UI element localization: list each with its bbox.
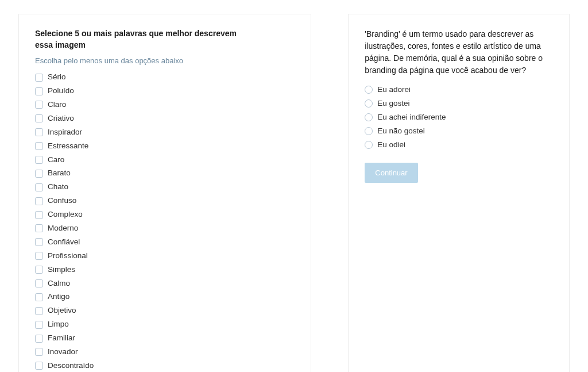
option-label: Caro bbox=[48, 155, 64, 166]
option-label: Inspirador bbox=[48, 127, 82, 138]
continue-button[interactable]: Continuar bbox=[365, 163, 417, 183]
checkbox-icon bbox=[35, 101, 43, 109]
checkbox-option[interactable]: Familiar bbox=[35, 333, 295, 344]
radio-icon bbox=[365, 141, 373, 149]
option-label: Eu achei indiferente bbox=[377, 112, 446, 123]
radio-icon bbox=[365, 113, 373, 121]
option-label: Profissional bbox=[48, 251, 88, 262]
checkbox-icon bbox=[35, 87, 43, 95]
checkbox-option[interactable]: Claro bbox=[35, 99, 295, 110]
radio-icon bbox=[365, 127, 373, 135]
option-label: Antigo bbox=[48, 292, 69, 302]
option-label: Limpo bbox=[48, 319, 69, 330]
checkbox-option[interactable]: Chato bbox=[35, 182, 295, 193]
checkbox-icon bbox=[35, 348, 43, 356]
radio-option[interactable]: Eu achei indiferente bbox=[365, 112, 553, 123]
checkbox-option[interactable]: Complexo bbox=[35, 209, 295, 220]
checkbox-option[interactable]: Moderno bbox=[35, 223, 295, 234]
option-label: Confuso bbox=[48, 195, 76, 206]
checkbox-icon bbox=[35, 307, 43, 315]
checkbox-icon bbox=[35, 252, 43, 260]
checkbox-option[interactable]: Confuso bbox=[35, 195, 295, 206]
checkbox-icon bbox=[35, 114, 43, 122]
checkbox-icon bbox=[35, 183, 43, 191]
radio-option-list: Eu adorei Eu gostei Eu achei indiferente… bbox=[365, 85, 553, 150]
option-label: Eu não gostei bbox=[377, 126, 425, 137]
checkbox-option[interactable]: Antigo bbox=[35, 292, 295, 302]
checkbox-option[interactable]: Sério bbox=[35, 72, 295, 83]
checkbox-icon bbox=[35, 197, 43, 205]
option-label: Chato bbox=[48, 182, 68, 193]
checkbox-icon bbox=[35, 362, 43, 370]
checkbox-option[interactable]: Calmo bbox=[35, 278, 295, 289]
checkbox-option[interactable]: Inspirador bbox=[35, 127, 295, 138]
checkbox-option[interactable]: Criativo bbox=[35, 113, 295, 124]
option-label: Eu gostei bbox=[377, 98, 409, 109]
checkbox-option[interactable]: Limpo bbox=[35, 319, 295, 330]
checkbox-icon bbox=[35, 170, 43, 178]
checkbox-icon bbox=[35, 321, 43, 329]
option-label: Moderno bbox=[48, 223, 78, 234]
checkbox-option[interactable]: Estressante bbox=[35, 141, 295, 152]
option-label: Calmo bbox=[48, 278, 70, 289]
radio-option[interactable]: Eu gostei bbox=[365, 98, 553, 109]
checkbox-icon bbox=[35, 238, 43, 246]
option-label: Poluído bbox=[48, 86, 74, 97]
option-label: Descontraído bbox=[48, 361, 94, 371]
question-card-branding: 'Branding' é um termo usado para descrev… bbox=[348, 14, 570, 372]
checkbox-option[interactable]: Profissional bbox=[35, 251, 295, 262]
question-title: 'Branding' é um termo usado para descrev… bbox=[365, 28, 553, 76]
radio-option[interactable]: Eu não gostei bbox=[365, 126, 553, 137]
checkbox-icon bbox=[35, 156, 43, 164]
checkbox-icon bbox=[35, 128, 43, 136]
checkbox-icon bbox=[35, 142, 43, 150]
option-label: Sério bbox=[48, 72, 66, 83]
radio-icon bbox=[365, 99, 373, 108]
checkbox-option[interactable]: Descontraído bbox=[35, 361, 295, 371]
checkbox-icon bbox=[35, 211, 43, 219]
checkbox-option[interactable]: Barato bbox=[35, 168, 295, 179]
checkbox-icon bbox=[35, 74, 43, 82]
option-label: Simples bbox=[48, 264, 75, 275]
checkbox-icon bbox=[35, 224, 43, 232]
question-title: Selecione 5 ou mais palavras que melhor … bbox=[35, 28, 247, 51]
checkbox-option[interactable]: Inovador bbox=[35, 347, 295, 358]
question-card-words: Selecione 5 ou mais palavras que melhor … bbox=[18, 14, 311, 372]
radio-option[interactable]: Eu adorei bbox=[365, 85, 553, 95]
checkbox-option-list: Sério Poluído Claro Criativo Inspirador … bbox=[35, 72, 295, 371]
checkbox-option[interactable]: Poluído bbox=[35, 86, 295, 97]
option-label: Familiar bbox=[48, 333, 75, 344]
option-label: Claro bbox=[48, 99, 66, 110]
option-label: Criativo bbox=[48, 113, 74, 124]
checkbox-option[interactable]: Caro bbox=[35, 155, 295, 166]
radio-option[interactable]: Eu odiei bbox=[365, 140, 553, 151]
checkbox-option[interactable]: Objetivo bbox=[35, 305, 295, 316]
checkbox-icon bbox=[35, 293, 43, 301]
option-label: Confiável bbox=[48, 237, 80, 248]
checkbox-icon bbox=[35, 279, 43, 287]
question-instruction: Escolha pelo menos uma das opções abaixo bbox=[35, 56, 295, 65]
checkbox-icon bbox=[35, 335, 43, 343]
option-label: Complexo bbox=[48, 209, 83, 220]
option-label: Inovador bbox=[48, 347, 78, 358]
checkbox-option[interactable]: Simples bbox=[35, 264, 295, 275]
checkbox-option[interactable]: Confiável bbox=[35, 237, 295, 248]
radio-icon bbox=[365, 86, 373, 94]
option-label: Estressante bbox=[48, 141, 88, 152]
option-label: Eu odiei bbox=[377, 140, 405, 151]
option-label: Objetivo bbox=[48, 305, 76, 316]
option-label: Barato bbox=[48, 168, 71, 179]
checkbox-icon bbox=[35, 266, 43, 274]
option-label: Eu adorei bbox=[377, 85, 411, 95]
